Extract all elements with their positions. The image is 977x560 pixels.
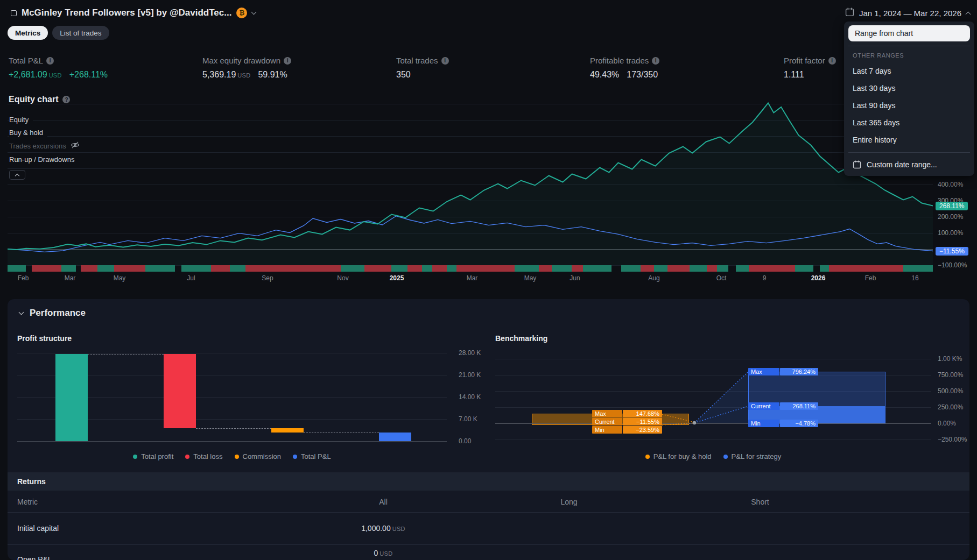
menu-section-label: OTHER RANGES (853, 52, 904, 59)
trade-segment-loss (364, 265, 391, 272)
trade-segment-loss (456, 265, 515, 272)
trade-segment-loss (114, 265, 145, 272)
trade-segment-gap (813, 265, 820, 272)
range-value: 796.24% (780, 368, 818, 375)
metric-3: Profitable tradesi49.43%173/350 (590, 56, 768, 80)
trade-segment-gap (76, 265, 81, 272)
benchmarking-legend: P&L for buy & holdP&L for strategy (495, 452, 931, 460)
legend-item: P&L for buy & hold (645, 452, 712, 460)
time-axis-label: 2025 (385, 274, 409, 282)
metric-value: 350 (396, 70, 574, 80)
legend-dot (645, 455, 650, 459)
chevron-down-icon[interactable] (251, 10, 257, 15)
metric-value: 49.43%173/350 (590, 70, 768, 80)
performance-header[interactable]: Performance (19, 308, 86, 318)
value-axis-label: −250.00% (938, 436, 967, 443)
metric-value: +2,681.09USD+268.11% (9, 70, 186, 80)
menu-item-last-30-days[interactable]: Last 30 days (844, 80, 974, 96)
equity-legend-equity[interactable]: Equity (9, 116, 33, 124)
trade-segment-win (97, 265, 114, 272)
trade-segment-win (820, 265, 829, 272)
strategy-current-box: Current268.11% (748, 402, 818, 410)
collapse-chart-button[interactable] (9, 170, 25, 180)
tab-list-of-trades[interactable]: List of trades (52, 26, 109, 40)
legend-dot (723, 455, 728, 459)
tab-bar: MetricsList of trades (8, 26, 109, 40)
equity-legend-buy-hold[interactable]: Buy & hold (9, 129, 47, 137)
benchmarking-title: Benchmarking (495, 334, 547, 343)
trade-segment-win (181, 265, 211, 272)
value-axis-label: 1.00 K% (938, 355, 962, 363)
legend-label: Commission (243, 452, 282, 460)
menu-item-entire-history[interactable]: Entire history (844, 132, 974, 148)
price-axis-label: −100.00% (938, 261, 967, 269)
info-icon[interactable]: i (441, 57, 449, 65)
metric-label: Total tradesi (396, 56, 574, 65)
equity-legend-trades-excursions[interactable]: Trades excursions (9, 141, 84, 150)
time-axis-label: Mar (460, 274, 484, 282)
range-value: 147.68% (623, 410, 662, 417)
trade-segment-win (230, 265, 245, 272)
legend-item: Total profit (133, 452, 173, 460)
trade-segment-win (447, 265, 456, 272)
time-axis-label: 16 (903, 274, 927, 282)
time-axis-label: Feb (11, 274, 35, 282)
menu-item-last-90-days[interactable]: Last 90 days (844, 97, 974, 114)
trade-segment-loss (641, 265, 655, 272)
trade-segment-gap (175, 265, 181, 272)
info-icon[interactable]: i (652, 57, 659, 65)
row-metric-label: Open P&L (17, 555, 52, 560)
calendar-icon (845, 8, 854, 19)
row-value-all: 1,000.00USD (340, 524, 426, 533)
menu-item-last-365-days[interactable]: Last 365 days (844, 115, 974, 131)
trade-segment-win (391, 265, 407, 272)
range-label: Current (592, 418, 622, 426)
legend-dot (133, 455, 137, 459)
metric-label: Profitable tradesi (590, 56, 768, 65)
equity-legend-run-up-drawdowns[interactable]: Run-up / Drawdowns (9, 155, 79, 164)
legend-label: Total profit (141, 452, 173, 460)
metric-label-text: Profitable trades (590, 56, 649, 65)
eye-off-icon[interactable] (71, 141, 80, 150)
trade-segment-win (61, 265, 76, 272)
tab-metrics[interactable]: Metrics (8, 26, 48, 40)
profit-structure-legend: Total profitTotal lossCommissionTotal P&… (17, 452, 447, 460)
metric-value: 5,369.19USD59.91% (202, 70, 380, 80)
info-icon[interactable]: i (828, 57, 836, 65)
performance-card: Performance Profit structure Benchmarkin… (8, 299, 969, 560)
menu-item-range-from-chart[interactable]: Range from chart (848, 25, 970, 41)
menu-item-last-7-days[interactable]: Last 7 days (844, 63, 974, 79)
menu-item-custom-date-range[interactable]: Custom date range... (844, 157, 974, 173)
column-header-all: All (340, 498, 426, 506)
metric-2: Total tradesi350 (396, 56, 574, 80)
script-icon (11, 10, 17, 16)
time-axis-label: Nov (331, 274, 355, 282)
range-label: Current (748, 402, 779, 410)
buyhold-max-box: Max147.68% (592, 410, 662, 417)
trades-strip (8, 265, 933, 272)
trade-segment-win (552, 265, 572, 272)
info-icon[interactable]: i (284, 57, 291, 65)
trade-segment-loss (32, 265, 61, 272)
price-axis-label: 200.00% (938, 213, 963, 221)
equity-chart[interactable]: FebMarMayJulSepNov2025MarMayJunAugOct920… (8, 100, 933, 286)
trade-segment-win (654, 265, 667, 272)
legend-item: Commission (235, 452, 282, 460)
strategy-title-bar[interactable]: McGinley Trend Followers [v5] by @Davidd… (11, 6, 256, 19)
gridline (495, 359, 931, 359)
price-axis-label: 100.00% (938, 229, 963, 237)
value-axis-label: 21.00 K (459, 371, 481, 379)
range-value: 268.11% (780, 402, 818, 410)
buyhold-current-box: Current−11.55% (592, 418, 662, 426)
benchmark-connectors (653, 363, 756, 430)
trade-segment-win (795, 265, 813, 272)
buyhold-min-box: Min−23.59% (592, 426, 662, 434)
info-icon[interactable]: i (46, 57, 54, 65)
value-axis-label: 0.00% (938, 420, 956, 427)
legend-label: Equity (9, 116, 29, 124)
legend-label: P&L for strategy (732, 452, 782, 460)
legend-dot (235, 455, 239, 459)
time-axis-label: Aug (642, 274, 666, 282)
date-range-button[interactable]: Jan 1, 2024 — Mar 22, 2026 (845, 6, 970, 19)
price-axis-badge: −11.55% (936, 247, 968, 256)
